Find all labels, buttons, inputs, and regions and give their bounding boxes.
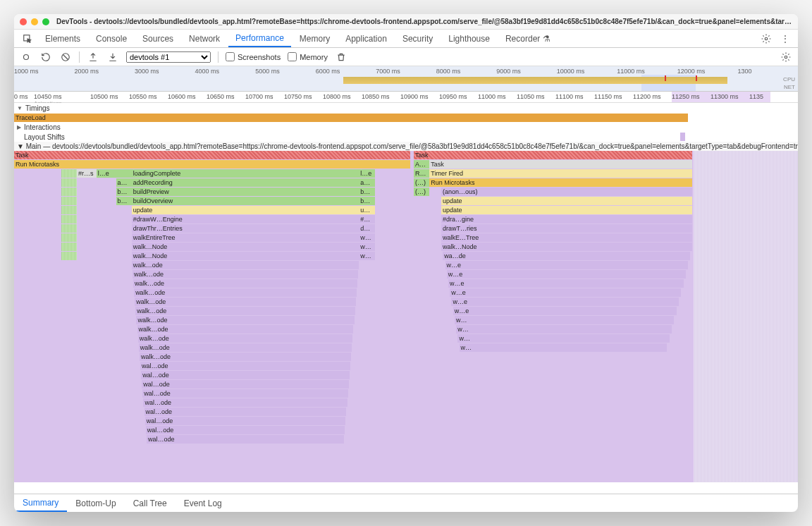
flame-entry[interactable]: #…	[359, 215, 374, 224]
settings-icon[interactable]	[757, 30, 775, 47]
flame-entry[interactable]: walk…ode	[133, 279, 357, 288]
flame-graph-body[interactable]: Task Run Microtasks #r…sl…eloadingComple…	[14, 151, 798, 482]
flame-entry[interactable]: #dra…gine	[441, 215, 692, 224]
flame-entry[interactable]: drawT…ries	[441, 224, 692, 233]
upload-button[interactable]	[87, 51, 99, 63]
flame-entry[interactable]: walk…ode	[140, 353, 351, 361]
flame-entry[interactable]: w…	[460, 343, 668, 352]
capture-settings-icon[interactable]	[780, 51, 792, 63]
flame-entry[interactable]: walk…ode	[139, 343, 352, 352]
record-button[interactable]	[20, 51, 32, 63]
flame-entry[interactable]: walk…ode	[135, 298, 356, 306]
flame-entry[interactable]: d…	[359, 224, 374, 233]
flame-entry[interactable]: walk…ode	[135, 307, 355, 315]
tab-elements[interactable]: Elements	[38, 30, 87, 47]
flame-entry[interactable]: #r…s	[77, 169, 97, 178]
more-icon[interactable]: ⋮	[777, 30, 794, 47]
flame-entry[interactable]: R…	[414, 169, 429, 178]
flame-entry[interactable]: w…	[455, 316, 674, 324]
flame-entry[interactable]: addRecording	[132, 178, 359, 187]
flame-entry[interactable]: wal…ode	[145, 417, 346, 425]
flame-entry[interactable]	[116, 169, 132, 178]
flame-entry[interactable]: a…	[359, 178, 374, 187]
flame-entry[interactable]: walk…Node	[132, 252, 359, 260]
tab-sources[interactable]: Sources	[135, 30, 180, 47]
flame-entry[interactable]: w…e	[445, 261, 689, 269]
timeline-overview[interactable]: 1000 ms2000 ms3000 ms4000 ms5000 ms6000 …	[14, 66, 798, 92]
tab-eventlog[interactable]: Event Log	[176, 494, 230, 512]
timings-header[interactable]: ▼Timings	[14, 103, 798, 113]
close-icon[interactable]	[20, 18, 27, 25]
tab-performance[interactable]: Performance	[228, 30, 291, 47]
layoutshifts-header[interactable]: Layout Shifts	[14, 132, 798, 142]
flame-entry[interactable]: A…	[414, 160, 429, 169]
flame-entry[interactable]: (anon…ous)	[441, 188, 692, 196]
tab-console[interactable]: Console	[89, 30, 134, 47]
tab-security[interactable]: Security	[395, 30, 440, 47]
flame-entry[interactable]: update	[132, 206, 359, 214]
flame-entry[interactable]: u…	[359, 206, 374, 214]
flame-entry[interactable]: w…	[359, 252, 374, 260]
flame-entry[interactable]: l…e	[97, 169, 116, 178]
flame-entry[interactable]: w…	[457, 334, 669, 343]
flame-entry[interactable]: wal…ode	[142, 380, 349, 389]
tab-bottomup[interactable]: Bottom-Up	[67, 494, 124, 512]
flame-entry[interactable]: walk…Node	[441, 243, 692, 251]
flame-entry[interactable]: b…	[359, 188, 374, 196]
flame-entry[interactable]: wal…ode	[141, 371, 350, 379]
flame-entry[interactable]: walk…ode	[133, 270, 358, 279]
flame-entry[interactable]: update	[441, 206, 692, 214]
flame-entry[interactable]: (…)	[414, 188, 429, 196]
flame-entry[interactable]: l…e	[359, 169, 374, 178]
tab-memory[interactable]: Memory	[293, 30, 337, 47]
flame-entry[interactable]: wal…ode	[143, 398, 347, 407]
tab-lighthouse[interactable]: Lighthouse	[441, 30, 497, 47]
flame-entry[interactable]: (…)	[414, 178, 429, 187]
flame-entry[interactable]: w…e	[450, 288, 681, 297]
flame-entry[interactable]: buildOverview	[132, 197, 359, 205]
reload-button[interactable]	[39, 51, 52, 63]
clear-button[interactable]	[59, 51, 72, 63]
flame-entry[interactable]: w…e	[448, 279, 684, 288]
flame-entry[interactable]: wal…ode	[147, 435, 344, 444]
traceload-bar[interactable]: TraceLoad	[14, 114, 688, 122]
inspect-icon[interactable]	[18, 30, 37, 47]
flame-entry[interactable]: #drawW…Engine	[132, 215, 359, 224]
main-track-header[interactable]: ▼ Main — devtools://devtools/bundled/dev…	[14, 142, 798, 151]
flame-entry[interactable]: walk…ode	[137, 325, 354, 334]
interactions-header[interactable]: ▶Interactions	[14, 122, 798, 132]
flame-entry[interactable]: Task	[429, 160, 692, 169]
download-button[interactable]	[106, 51, 119, 63]
flame-entry[interactable]: walk…ode	[132, 261, 359, 269]
memory-checkbox[interactable]: Memory	[288, 52, 328, 61]
tab-recorder[interactable]: Recorder ⚗	[498, 30, 558, 47]
tab-application[interactable]: Application	[338, 30, 394, 47]
flame-entry[interactable]: Run Microtasks	[429, 178, 692, 187]
flame-entry[interactable]: w…	[456, 325, 672, 334]
flame-entry[interactable]: drawThr…Entries	[132, 224, 359, 233]
flame-entry[interactable]: wal…ode	[146, 426, 345, 434]
flame-entry[interactable]: b…	[359, 197, 374, 205]
flame-entry[interactable]: wal…ode	[140, 362, 350, 370]
flame-entry[interactable]: walk…ode	[134, 288, 357, 297]
maximize-icon[interactable]	[42, 18, 49, 25]
flame-entry[interactable]: buildPreview	[132, 188, 359, 196]
flame-entry[interactable]: walkEntireTree	[132, 233, 359, 242]
minimize-icon[interactable]	[31, 18, 38, 25]
flame-entry[interactable]: w…	[359, 233, 374, 242]
flame-entry[interactable]: w…e	[453, 307, 677, 315]
flame-entry[interactable]: Timer Fired	[429, 169, 692, 178]
flame-entry[interactable]: w…e	[451, 298, 678, 306]
flame-entry[interactable]: walk…Node	[132, 243, 359, 251]
flame-entry[interactable]: wal…ode	[142, 389, 347, 398]
screenshots-checkbox[interactable]: Screenshots	[226, 52, 281, 61]
flame-entry[interactable]: wa…de	[443, 252, 689, 260]
flame-entry[interactable]: update	[441, 197, 692, 205]
flame-entry[interactable]: loadingComplete	[132, 169, 359, 178]
flame-entry[interactable]: walk…ode	[138, 334, 353, 343]
flame-entry[interactable]: w…e	[447, 270, 686, 279]
flame-entry[interactable]: wal…ode	[144, 408, 347, 416]
trash-icon[interactable]	[335, 51, 347, 63]
tab-calltree[interactable]: Call Tree	[125, 494, 176, 512]
profile-select[interactable]: devtools #1	[126, 51, 211, 63]
